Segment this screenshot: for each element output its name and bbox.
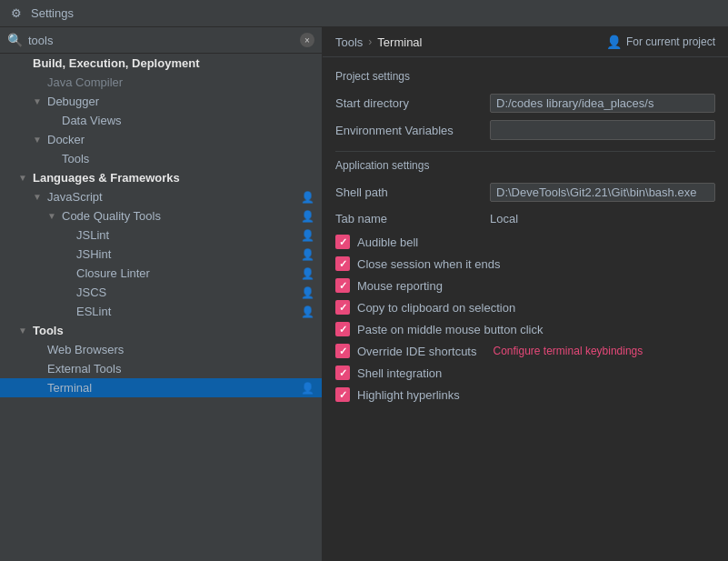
- check-icon: ✓: [339, 258, 347, 270]
- settings-content: Project settings Start directory D:/code…: [323, 57, 728, 561]
- mouse-reporting-checkbox[interactable]: ✓: [335, 278, 350, 293]
- content-panel: Tools › Terminal 👤 For current project P…: [323, 27, 728, 561]
- sidebar-item-label: Terminal: [47, 381, 301, 395]
- env-vars-label: Environment Variables: [335, 124, 490, 137]
- check-icon: ✓: [339, 324, 347, 336]
- sidebar-item-label: ESLint: [76, 305, 301, 318]
- sidebar-item-label: Java Compiler: [47, 75, 314, 89]
- project-user-icon: 👤: [606, 35, 622, 49]
- shell-integration-label: Shell integration: [357, 366, 442, 380]
- search-input[interactable]: [28, 34, 294, 47]
- sidebar-item-external-tools[interactable]: External Tools: [0, 359, 322, 378]
- audible-bell-row[interactable]: ✓ Audible bell: [335, 231, 715, 253]
- highlight-hyperlinks-checkbox[interactable]: ✓: [335, 387, 350, 402]
- arrow-icon: ▼: [47, 211, 62, 221]
- audible-bell-checkbox[interactable]: ✓: [335, 235, 350, 249]
- check-icon: ✓: [339, 389, 347, 401]
- title-bar: ⚙ Settings: [0, 0, 728, 27]
- user-scope-icon: 👤: [301, 210, 314, 223]
- tab-name-value: Local: [490, 212, 715, 225]
- copy-clipboard-label: Copy to clipboard on selection: [357, 301, 515, 315]
- shell-path-row: Shell path D:\DeveTools\Git2.21\Git\bin\…: [335, 179, 715, 205]
- env-vars-value[interactable]: [490, 120, 715, 140]
- search-bar: 🔍 ×: [0, 27, 322, 54]
- paste-middle-row[interactable]: ✓ Paste on middle mouse button click: [335, 318, 715, 340]
- sidebar-item-eslint[interactable]: ESLint 👤: [0, 302, 322, 321]
- mouse-reporting-label: Mouse reporting: [357, 279, 443, 293]
- shell-path-value[interactable]: D:\DeveTools\Git2.21\Git\bin\bash.exe: [490, 183, 715, 202]
- check-icon: ✓: [339, 302, 347, 314]
- sidebar-item-jscs[interactable]: JSCS 👤: [0, 283, 322, 302]
- check-icon: ✓: [339, 236, 347, 248]
- sidebar-item-docker[interactable]: ▼ Docker: [0, 130, 322, 149]
- section-divider: [335, 151, 715, 152]
- shell-integration-row[interactable]: ✓ Shell integration: [335, 362, 715, 384]
- arrow-icon: ▼: [18, 173, 33, 183]
- audible-bell-label: Audible bell: [357, 235, 418, 249]
- app-settings-title: Application settings: [335, 159, 715, 172]
- highlight-hyperlinks-row[interactable]: ✓ Highlight hyperlinks: [335, 384, 715, 406]
- search-icon: 🔍: [7, 33, 23, 47]
- sidebar-item-terminal[interactable]: Terminal 👤: [0, 378, 322, 397]
- project-settings-title: Project settings: [335, 70, 715, 83]
- check-icon: ✓: [339, 367, 347, 379]
- for-current-project-label: For current project: [626, 35, 715, 48]
- sidebar-item-label: Debugger: [47, 95, 314, 108]
- sidebar-item-label: Closure Linter: [76, 266, 301, 280]
- sidebar-item-label: Tools: [33, 324, 314, 337]
- close-session-checkbox[interactable]: ✓: [335, 256, 350, 271]
- sidebar: 🔍 × Build, Execution, Deployment Java Co…: [0, 27, 323, 561]
- sidebar-item-label: Languages & Frameworks: [33, 171, 314, 185]
- user-scope-icon: 👤: [301, 229, 314, 242]
- breadcrumb-tools[interactable]: Tools: [335, 35, 363, 49]
- sidebar-item-docker-tools[interactable]: Tools: [0, 149, 322, 168]
- sidebar-item-label: JSCS: [76, 286, 301, 299]
- sidebar-item-data-views[interactable]: Data Views: [0, 111, 322, 130]
- override-ide-label: Override IDE shortcuts: [357, 345, 477, 358]
- start-directory-label: Start directory: [335, 96, 490, 110]
- arrow-icon: ▼: [33, 192, 47, 202]
- sidebar-item-label: Build, Execution, Deployment: [33, 56, 314, 70]
- title-bar-text: Settings: [31, 6, 74, 20]
- check-icon: ✓: [339, 346, 347, 357]
- sidebar-item-label: JavaScript: [47, 190, 301, 204]
- sidebar-item-javascript[interactable]: ▼ JavaScript 👤: [0, 187, 322, 206]
- sidebar-scroll: Build, Execution, Deployment Java Compil…: [0, 54, 322, 561]
- close-session-row[interactable]: ✓ Close session when it ends: [335, 253, 715, 275]
- shell-integration-checkbox[interactable]: ✓: [335, 366, 350, 380]
- user-scope-icon: 👤: [301, 382, 314, 395]
- user-scope-icon: 👤: [301, 191, 314, 204]
- for-current-project-button[interactable]: 👤 For current project: [606, 35, 715, 49]
- override-ide-row[interactable]: ✓ Override IDE shortcuts Configure termi…: [335, 340, 715, 362]
- sidebar-item-closure-linter[interactable]: Closure Linter 👤: [0, 264, 322, 283]
- override-ide-checkbox[interactable]: ✓: [335, 344, 350, 358]
- sidebar-item-jshint[interactable]: JSHint 👤: [0, 245, 322, 264]
- start-directory-value[interactable]: D:/codes library/idea_places/s: [490, 94, 715, 113]
- sidebar-item-jslint[interactable]: JSLint 👤: [0, 225, 322, 245]
- mouse-reporting-row[interactable]: ✓ Mouse reporting: [335, 275, 715, 296]
- sidebar-item-languages-frameworks[interactable]: ▼ Languages & Frameworks: [0, 168, 322, 187]
- sidebar-item-code-quality-tools[interactable]: ▼ Code Quality Tools 👤: [0, 206, 322, 225]
- breadcrumb-separator: ›: [368, 35, 372, 48]
- settings-icon: ⚙: [9, 6, 24, 21]
- sidebar-item-java-compiler[interactable]: Java Compiler: [0, 73, 322, 92]
- user-scope-icon: 👤: [301, 248, 314, 261]
- sidebar-item-tools-section[interactable]: ▼ Tools: [0, 321, 322, 340]
- search-clear-button[interactable]: ×: [300, 33, 314, 47]
- main-layout: 🔍 × Build, Execution, Deployment Java Co…: [0, 27, 728, 561]
- arrow-icon: ▼: [33, 96, 47, 106]
- configure-keybindings-link[interactable]: Configure terminal keybindings: [494, 345, 643, 357]
- user-scope-icon: 👤: [301, 267, 314, 280]
- tab-name-row: Tab name Local: [335, 205, 715, 231]
- sidebar-item-label: Data Views: [62, 114, 314, 127]
- sidebar-item-web-browsers[interactable]: Web Browsers: [0, 340, 322, 359]
- sidebar-item-label: Code Quality Tools: [62, 209, 301, 223]
- paste-middle-checkbox[interactable]: ✓: [335, 322, 350, 336]
- close-session-label: Close session when it ends: [357, 257, 501, 271]
- sidebar-item-build-execution[interactable]: Build, Execution, Deployment: [0, 54, 322, 73]
- sidebar-item-debugger[interactable]: ▼ Debugger: [0, 92, 322, 111]
- highlight-hyperlinks-label: Highlight hyperlinks: [357, 388, 460, 402]
- copy-clipboard-checkbox[interactable]: ✓: [335, 300, 350, 315]
- copy-clipboard-row[interactable]: ✓ Copy to clipboard on selection: [335, 296, 715, 318]
- sidebar-item-label: JSHint: [76, 247, 301, 261]
